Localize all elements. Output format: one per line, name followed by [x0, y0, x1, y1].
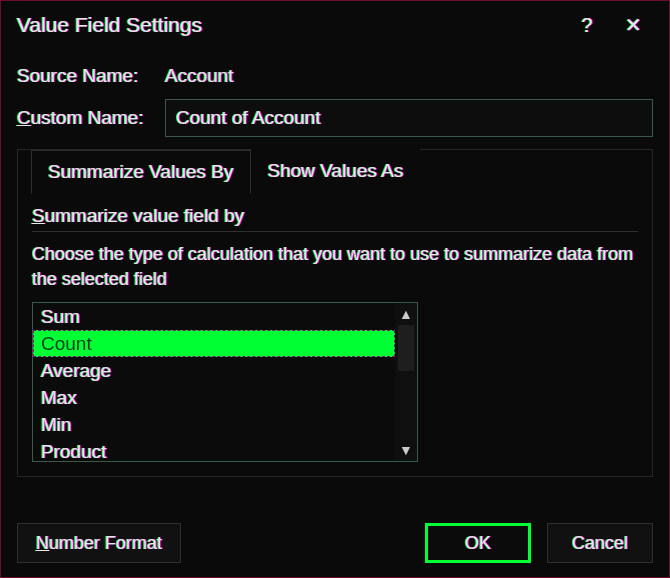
calculation-list: SumCountAverageMaxMinProduct [33, 303, 395, 461]
source-name-label: Source Name: [17, 65, 151, 87]
cancel-button[interactable]: Cancel [547, 523, 653, 563]
scroll-thumb[interactable] [398, 325, 414, 371]
tab-strip: Summarize Values By Show Values As [31, 149, 638, 193]
tab-panel: Summarize Values By Show Values As Summa… [17, 149, 653, 477]
list-item[interactable]: Average [33, 357, 395, 384]
tab-show-values-as[interactable]: Show Values As [251, 149, 421, 193]
list-item[interactable]: Count [33, 330, 395, 357]
dialog-body: Source Name: Account Custom Name: Count … [1, 47, 669, 487]
help-button[interactable]: ? [567, 7, 607, 43]
calculation-listbox[interactable]: SumCountAverageMaxMinProduct ▲ ▼ [32, 302, 418, 462]
list-item[interactable]: Min [33, 411, 395, 438]
custom-name-label: Custom Name: [17, 107, 151, 129]
summarize-description: Choose the type of calculation that you … [32, 242, 638, 292]
scroll-up-icon[interactable]: ▲ [397, 305, 415, 323]
number-format-button[interactable]: Number Format [17, 523, 181, 563]
help-icon: ? [581, 14, 592, 37]
dialog-footer: Number Format OK Cancel [17, 523, 653, 563]
custom-name-row: Custom Name: Count of Account [17, 99, 653, 137]
dialog-title: Value Field Settings [17, 13, 561, 37]
source-name-row: Source Name: Account [17, 65, 653, 87]
listbox-scrollbar[interactable]: ▲ ▼ [395, 303, 417, 461]
custom-name-input-text: Count of Account [176, 107, 321, 128]
value-field-settings-dialog: Value Field Settings ? ✕ Source Name: Ac… [0, 0, 670, 578]
ok-button[interactable]: OK [425, 523, 531, 563]
tab-summarize-values-by[interactable]: Summarize Values By [31, 150, 251, 194]
close-icon: ✕ [625, 13, 642, 37]
list-item[interactable]: Sum [33, 303, 395, 330]
list-item[interactable]: Max [33, 384, 395, 411]
summarize-section-heading: Summarize value field by [32, 205, 638, 232]
custom-name-input[interactable]: Count of Account [165, 99, 653, 137]
source-name-value: Account [165, 65, 234, 87]
close-button[interactable]: ✕ [613, 7, 653, 43]
scroll-down-icon[interactable]: ▼ [397, 441, 415, 459]
titlebar: Value Field Settings ? ✕ [1, 1, 669, 47]
list-item[interactable]: Product [33, 438, 395, 461]
